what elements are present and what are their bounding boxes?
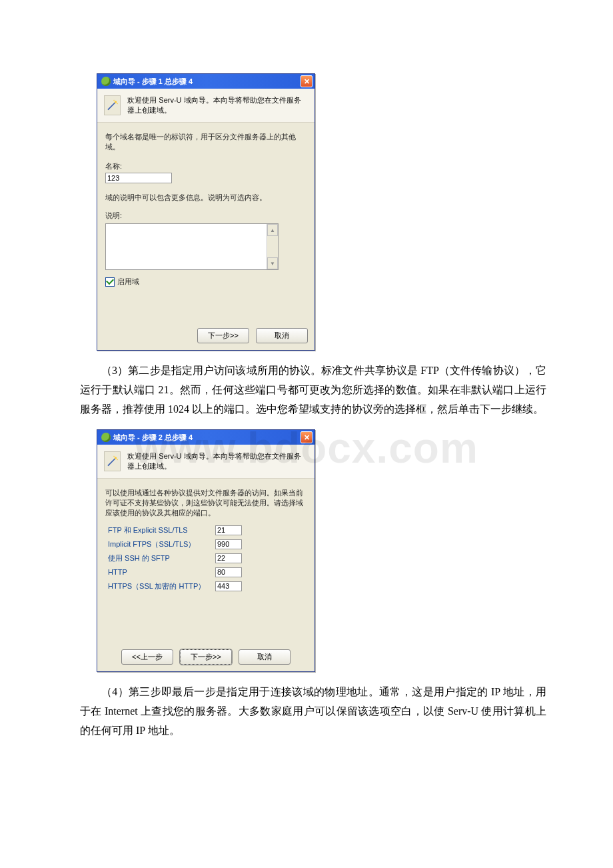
wizard-wand-icon <box>104 95 121 115</box>
svg-point-6 <box>113 456 115 457</box>
cancel-button[interactable]: 取消 <box>239 649 291 665</box>
welcome-banner: 欢迎使用 Serv-U 域向导。本向导将帮助您在文件服务器上创建域。 <box>97 445 314 479</box>
protocol-row: HTTPS（SSL 加密的 HTTP） <box>105 581 306 591</box>
protocol-label: Implicit FTPS（SSL/TLS） <box>108 539 195 549</box>
dialog-title: 域向导 - 步骤 1 总步骤 4 <box>113 77 193 87</box>
next-button[interactable]: 下一步>> <box>180 649 232 665</box>
svg-line-4 <box>108 458 116 466</box>
titlebar[interactable]: 域向导 - 步骤 2 总步骤 4 ✕ <box>97 430 314 445</box>
wizard-wand-icon <box>104 451 121 471</box>
domain-wizard-step2-dialog: 域向导 - 步骤 2 总步骤 4 ✕ 欢迎使用 Serv-U 域向导。本向导将帮… <box>97 429 315 672</box>
port-input[interactable] <box>215 525 242 535</box>
enable-domain-label: 启用域 <box>117 277 139 287</box>
protocol-row: Implicit FTPS（SSL/TLS） <box>105 539 306 549</box>
port-input[interactable] <box>215 581 242 591</box>
description-textarea[interactable]: ▲ ▼ <box>105 223 279 270</box>
protocol-label: 使用 SSH 的 SFTP <box>108 553 170 563</box>
port-input[interactable] <box>215 539 242 549</box>
close-icon[interactable]: ✕ <box>301 75 312 87</box>
description-note: 域的说明中可以包含更多信息。说明为可选内容。 <box>105 193 306 203</box>
welcome-banner: 欢迎使用 Serv-U 域向导。本向导将帮助您在文件服务器上创建域。 <box>97 89 314 123</box>
close-icon[interactable]: ✕ <box>301 431 312 443</box>
dialog-title: 域向导 - 步骤 2 总步骤 4 <box>113 433 193 443</box>
scroll-up-icon[interactable]: ▲ <box>267 224 278 236</box>
port-input[interactable] <box>215 567 242 577</box>
svg-point-7 <box>117 459 118 461</box>
protocol-row: HTTP <box>105 567 306 577</box>
protocol-label: HTTP <box>108 568 127 576</box>
previous-button[interactable]: <<上一步 <box>121 649 173 665</box>
globe-icon <box>101 433 111 442</box>
next-button[interactable]: 下一步>> <box>197 328 249 343</box>
enable-domain-checkbox[interactable]: 启用域 <box>105 277 306 287</box>
svg-point-5 <box>115 457 117 459</box>
scrollbar[interactable]: ▲ ▼ <box>267 224 278 269</box>
welcome-text: 欢迎使用 Serv-U 域向导。本向导将帮助您在文件服务器上创建域。 <box>127 451 308 471</box>
svg-point-3 <box>117 103 118 105</box>
protocol-label: HTTPS（SSL 加密的 HTTP） <box>108 581 205 591</box>
instruction-text: 每个域名都是唯一的标识符，用于区分文件服务器上的其他域。 <box>105 132 306 152</box>
protocol-list: FTP 和 Explicit SSL/TLS Implicit FTPS（SSL… <box>105 525 306 591</box>
scroll-down-icon[interactable]: ▼ <box>267 257 278 269</box>
domain-wizard-step1-dialog: 域向导 - 步骤 1 总步骤 4 ✕ 欢迎使用 Serv-U 域向导。本向导将帮… <box>97 73 315 351</box>
protocol-row: 使用 SSH 的 SFTP <box>105 553 306 563</box>
instruction-text: 可以使用域通过各种协议提供对文件服务器的访问。如果当前许可证不支持某些协议，则这… <box>105 488 306 518</box>
titlebar[interactable]: 域向导 - 步骤 1 总步骤 4 ✕ <box>97 74 314 89</box>
protocol-row: FTP 和 Explicit SSL/TLS <box>105 525 306 535</box>
protocol-label: FTP 和 Explicit SSL/TLS <box>108 525 188 535</box>
svg-line-0 <box>108 102 116 110</box>
svg-point-1 <box>115 101 117 103</box>
port-input[interactable] <box>215 553 242 563</box>
paragraph-step3-description: （4）第三步即最后一步是指定用于连接该域的物理地址。通常，这是用户指定的 IP … <box>0 672 613 751</box>
name-label: 名称: <box>105 161 306 171</box>
description-label: 说明: <box>105 211 306 221</box>
checkmark-icon <box>106 277 114 285</box>
svg-point-2 <box>113 100 115 101</box>
domain-name-input[interactable] <box>105 173 172 183</box>
paragraph-step2-description: （3）第二步是指定用户访问该域所用的协议。标准文件共享协议是 FTP（文件传输协… <box>0 351 613 429</box>
globe-icon <box>101 77 111 86</box>
welcome-text: 欢迎使用 Serv-U 域向导。本向导将帮助您在文件服务器上创建域。 <box>127 95 308 115</box>
cancel-button[interactable]: 取消 <box>256 328 308 343</box>
